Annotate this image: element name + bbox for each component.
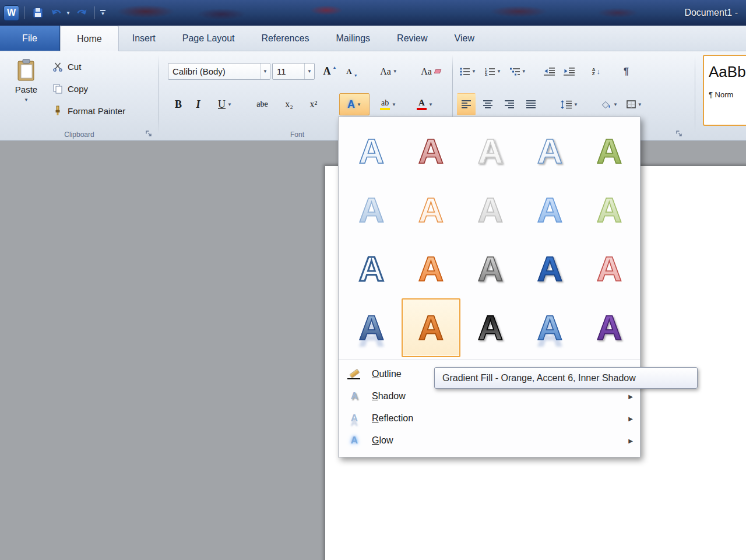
underline-button[interactable]: U ▼ bbox=[210, 93, 240, 115]
superscript-button[interactable]: x² bbox=[302, 93, 325, 115]
undo-button[interactable] bbox=[49, 5, 64, 20]
bold-button[interactable]: B bbox=[169, 93, 188, 115]
numbering-icon: 1.2.3. bbox=[485, 68, 495, 76]
font-size-dropdown-arrow-icon[interactable]: ▼ bbox=[304, 64, 314, 79]
text-effects-button[interactable]: A ▼ bbox=[339, 93, 370, 115]
redo-button[interactable] bbox=[74, 5, 89, 20]
increase-indent-button[interactable] bbox=[561, 63, 578, 80]
underline-glyph: U bbox=[218, 98, 226, 111]
clear-formatting-button[interactable]: Aa bbox=[417, 63, 444, 80]
change-case-button[interactable]: Aa ▼ bbox=[374, 63, 404, 80]
numbering-button[interactable]: 1.2.3. ▼ bbox=[482, 63, 504, 80]
strikethrough-glyph: abe bbox=[256, 100, 268, 109]
font-name-dropdown-arrow-icon[interactable]: ▼ bbox=[260, 64, 270, 79]
shrink-font-button[interactable]: A ▼ bbox=[342, 63, 362, 80]
text-effect-option-fill-blue-solid[interactable]: A bbox=[520, 240, 579, 298]
align-left-button[interactable] bbox=[457, 93, 476, 115]
borders-dropdown-arrow-icon[interactable]: ▼ bbox=[638, 102, 642, 107]
sort-arrow-icon: ↓ bbox=[597, 68, 601, 75]
font-color-button[interactable]: A ▼ bbox=[408, 93, 442, 115]
grow-font-button[interactable]: A ▲ bbox=[319, 63, 341, 80]
underline-dropdown-arrow-icon[interactable]: ▼ bbox=[227, 102, 232, 107]
save-button[interactable] bbox=[30, 5, 45, 20]
text-effect-option-outline-gray-shadow[interactable]: A bbox=[461, 122, 520, 181]
line-spacing-dropdown-arrow-icon[interactable]: ▼ bbox=[573, 102, 578, 107]
text-effect-option-outline-orange[interactable]: A bbox=[402, 181, 460, 240]
format-painter-button[interactable]: Format Painter bbox=[50, 103, 128, 119]
text-effect-option-gradient-orange-outline[interactable]: A bbox=[402, 240, 460, 298]
decrease-indent-button[interactable] bbox=[541, 63, 558, 80]
text-effect-option-outline-navy-heavy[interactable]: A bbox=[342, 240, 401, 298]
line-spacing-button[interactable]: ▼ bbox=[558, 93, 581, 115]
text-effect-option-gradient-black[interactable]: A bbox=[461, 298, 520, 357]
sort-button[interactable]: AZ ↓ bbox=[589, 63, 603, 80]
shading-button[interactable]: ▼ bbox=[599, 93, 621, 115]
highlight-glyph: ab bbox=[381, 99, 389, 107]
text-effect-option-gradient-orange-inner-shadow[interactable]: A bbox=[402, 298, 460, 357]
tab-file[interactable]: File bbox=[0, 26, 60, 51]
highlight-dropdown-arrow-icon[interactable]: ▼ bbox=[392, 102, 396, 107]
clipboard-dialog-launcher[interactable] bbox=[145, 129, 153, 138]
tab-home[interactable]: Home bbox=[60, 26, 119, 51]
paste-button[interactable]: Paste ▼ bbox=[7, 55, 45, 124]
text-effect-option-outline-blue[interactable]: A bbox=[342, 122, 401, 181]
text-effect-option-fill-olive[interactable]: A bbox=[580, 122, 639, 181]
font-color-dropdown-arrow-icon[interactable]: ▼ bbox=[428, 102, 433, 107]
text-effect-option-gradient-blue-glow[interactable]: A bbox=[520, 298, 579, 357]
customize-qat-button[interactable]: ▼ bbox=[100, 10, 105, 16]
text-effect-option-gradient-gray-shadow[interactable]: A bbox=[461, 240, 520, 298]
text-highlight-color-button[interactable]: ab ▼ bbox=[372, 93, 404, 115]
numbering-dropdown-arrow-icon[interactable]: ▼ bbox=[497, 69, 501, 74]
font-name-value[interactable]: Calibri (Body) bbox=[168, 64, 260, 79]
font-name-combobox[interactable]: Calibri (Body) ▼ bbox=[168, 63, 270, 80]
paragraph-dialog-launcher[interactable] bbox=[675, 129, 683, 138]
text-effect-option-fill-pink-outline-red[interactable]: A bbox=[580, 240, 639, 298]
text-effect-option-gradient-light-blue[interactable]: A bbox=[342, 181, 401, 240]
outline-icon bbox=[347, 367, 362, 382]
borders-button[interactable]: ▼ bbox=[624, 93, 645, 115]
show-hide-formatting-button[interactable]: ¶ bbox=[621, 63, 632, 80]
font-size-value[interactable]: 11 bbox=[273, 64, 304, 79]
cut-button[interactable]: Cut bbox=[50, 58, 83, 75]
justify-button[interactable] bbox=[522, 93, 540, 115]
effect-letter: A bbox=[593, 132, 625, 171]
font-size-combobox[interactable]: 11 ▼ bbox=[272, 63, 315, 80]
multilevel-dropdown-arrow-icon[interactable]: ▼ bbox=[522, 69, 526, 74]
style-normal-cell[interactable]: AaBbC ¶ Norm bbox=[703, 55, 746, 126]
menu-item-glow[interactable]: AGlow▶ bbox=[339, 429, 640, 452]
shading-icon bbox=[601, 100, 612, 109]
tab-references[interactable]: References bbox=[248, 26, 323, 51]
tab-insert[interactable]: Insert bbox=[119, 26, 169, 51]
copy-label: Copy bbox=[68, 84, 88, 94]
strikethrough-button[interactable]: abe bbox=[248, 93, 276, 115]
tab-mailings[interactable]: Mailings bbox=[322, 26, 383, 51]
bullets-button[interactable]: ▼ bbox=[457, 63, 479, 80]
bullets-dropdown-arrow-icon[interactable]: ▼ bbox=[471, 69, 476, 74]
text-effect-option-outline-blue-shadow[interactable]: A bbox=[520, 122, 579, 181]
cut-label: Cut bbox=[68, 62, 81, 72]
text-effect-option-gradient-light-olive[interactable]: A bbox=[580, 181, 639, 240]
text-effect-option-gradient-silver[interactable]: A bbox=[461, 181, 520, 240]
align-right-button[interactable] bbox=[500, 93, 519, 115]
text-effect-option-gradient-sky-blue[interactable]: A bbox=[520, 181, 579, 240]
tab-review[interactable]: Review bbox=[383, 26, 441, 51]
italic-button[interactable]: I bbox=[190, 93, 206, 115]
text-effects-dropdown-arrow-icon[interactable]: ▼ bbox=[357, 102, 361, 107]
tab-page-layout[interactable]: Page Layout bbox=[169, 26, 248, 51]
align-center-button[interactable] bbox=[478, 93, 497, 115]
menu-item-reflection[interactable]: AReflection▶ bbox=[339, 407, 640, 429]
word-logo-icon[interactable]: W bbox=[3, 5, 19, 21]
text-effect-option-fill-red-outline[interactable]: A bbox=[402, 122, 460, 181]
subscript-button[interactable]: x₂ bbox=[279, 93, 300, 115]
text-effect-option-fill-purple[interactable]: A bbox=[580, 298, 639, 357]
subscript-glyph: x₂ bbox=[285, 99, 293, 110]
tab-view[interactable]: View bbox=[441, 26, 488, 51]
paste-dropdown-arrow-icon[interactable]: ▼ bbox=[24, 97, 29, 103]
clipboard-group-label: Clipboard bbox=[0, 131, 159, 139]
undo-dropdown-arrow-icon[interactable]: ▼ bbox=[66, 10, 71, 16]
menu-item-label: Reflection bbox=[372, 413, 628, 424]
multilevel-list-button[interactable]: ▼ bbox=[507, 63, 529, 80]
text-effect-option-gradient-blue-reflection[interactable]: A bbox=[342, 298, 401, 357]
shading-dropdown-arrow-icon[interactable]: ▼ bbox=[613, 102, 618, 107]
copy-button[interactable]: Copy bbox=[50, 80, 90, 97]
